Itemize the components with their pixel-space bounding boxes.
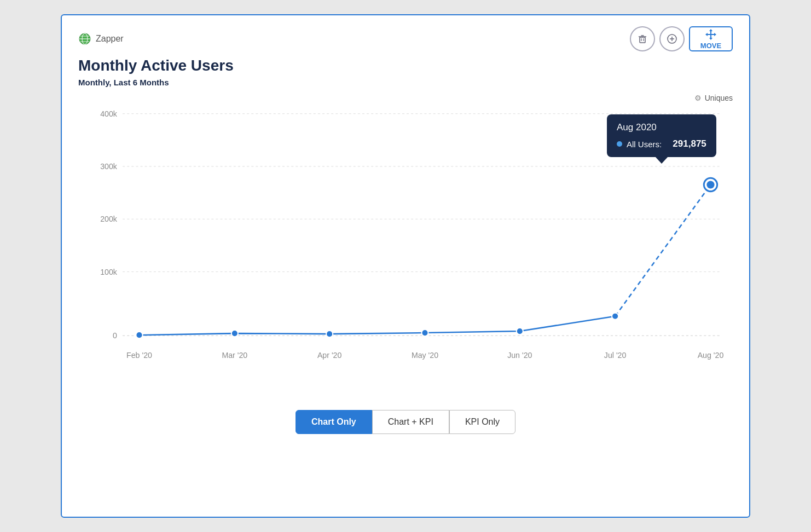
svg-text:Mar '20: Mar '20 <box>222 351 247 360</box>
chart-legend: ⚙ Uniques <box>694 94 733 102</box>
add-button[interactable] <box>659 26 685 51</box>
tooltip-label: All Users: <box>627 140 662 149</box>
data-point-jun <box>517 328 523 334</box>
chart-title: Monthly Active Users <box>78 57 733 74</box>
svg-text:Jun '20: Jun '20 <box>507 351 532 360</box>
svg-line-36 <box>615 184 710 316</box>
tooltip-date: Aug 2020 <box>617 122 706 133</box>
chart-area: ⚙ Uniques Aug 2020 All Users: 291,875 <box>78 94 733 400</box>
svg-marker-15 <box>709 29 712 31</box>
tooltip-value: 291,875 <box>673 138 706 149</box>
chart-only-button[interactable]: Chart Only <box>296 410 372 434</box>
svg-text:100k: 100k <box>100 268 118 276</box>
brand: Zapper <box>78 32 124 45</box>
svg-text:May '20: May '20 <box>412 351 438 360</box>
data-point-aug <box>706 181 714 188</box>
tooltip-dot <box>617 141 622 147</box>
move-label: MOVE <box>700 42 721 50</box>
svg-text:400k: 400k <box>100 109 118 118</box>
trash-icon <box>637 33 648 44</box>
main-card: Zapper <box>61 14 750 518</box>
tooltip-row: All Users: 291,875 <box>617 138 706 149</box>
svg-marker-17 <box>705 33 708 36</box>
chart-kpi-button[interactable]: Chart + KPI <box>372 410 449 434</box>
chart-tooltip: Aug 2020 All Users: 291,875 <box>607 114 716 157</box>
view-buttons: Chart Only Chart + KPI KPI Only <box>78 410 733 434</box>
data-point-may <box>421 329 428 336</box>
svg-text:Jul '20: Jul '20 <box>604 351 627 360</box>
svg-text:Aug '20: Aug '20 <box>698 351 724 360</box>
svg-text:200k: 200k <box>100 215 118 223</box>
kpi-only-button[interactable]: KPI Only <box>449 410 515 434</box>
move-button[interactable]: MOVE <box>689 26 733 51</box>
gear-icon: ⚙ <box>694 94 702 102</box>
globe-icon <box>78 32 91 45</box>
svg-text:Apr '20: Apr '20 <box>317 351 342 360</box>
add-icon <box>667 33 677 44</box>
data-point-jul <box>612 313 618 320</box>
move-icon <box>705 28 717 41</box>
data-point-feb <box>136 332 142 338</box>
toolbar: MOVE <box>630 26 733 51</box>
chart-subtitle: Monthly, Last 6 Months <box>78 78 733 87</box>
brand-name: Zapper <box>96 34 124 44</box>
svg-text:300k: 300k <box>100 162 118 171</box>
svg-text:0: 0 <box>113 331 117 340</box>
svg-text:Feb '20: Feb '20 <box>126 351 152 360</box>
top-bar: Zapper <box>78 26 733 51</box>
svg-marker-18 <box>714 33 716 36</box>
data-point-mar <box>231 330 238 337</box>
delete-button[interactable] <box>630 26 655 51</box>
svg-rect-5 <box>640 37 645 43</box>
legend-label: Uniques <box>705 94 733 102</box>
data-point-apr <box>326 331 333 337</box>
svg-marker-16 <box>709 38 712 40</box>
